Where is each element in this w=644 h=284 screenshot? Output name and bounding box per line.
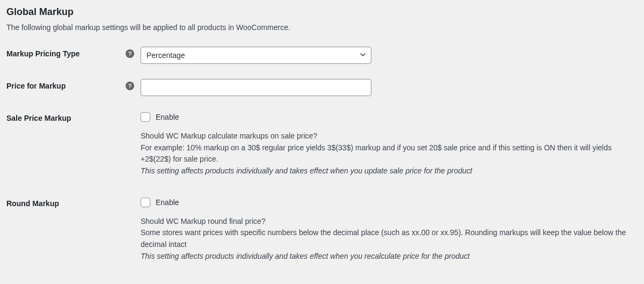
checkbox-row: Enable [141,111,634,123]
select-wrapper: Percentage [141,47,371,64]
field-col: Percentage [141,47,634,64]
desc-line: Should WC Markup calculate markups on sa… [141,130,634,142]
field-col: Enable Should WC Markup round final pric… [141,196,634,263]
label-sale-price-markup: Sale Price Markup [6,114,71,122]
sale-price-markup-description: Should WC Markup calculate markups on sa… [141,130,634,177]
help-icon[interactable]: ? [126,49,134,58]
label-col: Round Markup [6,196,141,208]
label-col: Sale Price Markup [6,111,141,122]
row-round-markup: Round Markup Enable Should WC Markup rou… [6,196,638,263]
field-col: Enable Should WC Markup calculate markup… [141,111,634,177]
sale-price-markup-checkbox[interactable] [141,112,150,122]
desc-line: For example: 10% markup on a 30$ regular… [141,142,634,165]
price-for-markup-input[interactable] [141,79,371,96]
desc-line-italic: This setting affects products individual… [141,251,634,263]
field-col [141,79,634,96]
help-icon[interactable]: ? [126,82,134,90]
checkbox-row: Enable [141,196,634,208]
round-markup-checkbox-label[interactable]: Enable [156,198,179,207]
label-price-for-markup: Price for Markup [6,82,65,90]
label-col: Price for Markup ? [6,79,141,90]
label-round-markup: Round Markup [6,199,59,208]
row-price-for-markup: Price for Markup ? [6,79,638,96]
pricing-type-select[interactable]: Percentage [141,47,371,64]
desc-line-italic: This setting affects products individual… [141,165,634,177]
desc-line: Should WC Markup round final price? [141,216,634,228]
row-pricing-type: Markup Pricing Type ? Percentage [6,47,638,64]
label-pricing-type: Markup Pricing Type [6,49,80,58]
row-sale-price-markup: Sale Price Markup Enable Should WC Marku… [6,111,638,177]
desc-line: Some stores want prices with specific nu… [141,227,634,250]
section-heading: Global Markup [6,6,638,18]
section-intro: The following global markup settings wil… [6,23,638,32]
round-markup-checkbox[interactable] [141,198,150,207]
label-col: Markup Pricing Type ? [6,47,141,58]
round-markup-description: Should WC Markup round final price? Some… [141,216,634,263]
sale-price-markup-checkbox-label[interactable]: Enable [156,113,179,121]
